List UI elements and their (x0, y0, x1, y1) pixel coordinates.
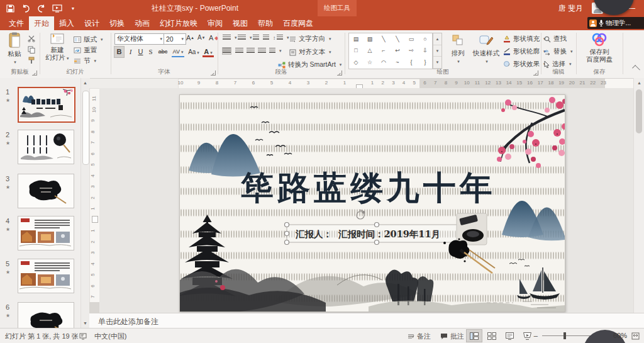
save-to-netdisk-button[interactable]: 保存到 百度网盘 (580, 31, 618, 63)
slide-title-text[interactable]: 筚路蓝缕九十年 (240, 168, 496, 206)
slide-thumbnail-2[interactable] (18, 130, 74, 164)
columns-icon[interactable] (269, 48, 282, 54)
zoom-level[interactable]: 60% (613, 332, 627, 339)
drawing-dialog-launcher[interactable] (533, 70, 538, 76)
shape-icon[interactable]: ▤ (353, 37, 359, 42)
notes-toggle[interactable]: 备注 (408, 332, 431, 341)
quick-styles-dropdown[interactable] (472, 57, 501, 65)
slideshow-view-button[interactable] (519, 330, 535, 342)
slide-thumbnail-1[interactable] (18, 87, 75, 123)
editing-canvas[interactable]: 筚路蓝缕九十年 汇报人： 汇报时间：2019年11月 (99, 88, 633, 313)
font-name-combo[interactable]: 华文楷体▾ (114, 33, 165, 45)
meeting-overlay-bar[interactable]: 物理学... (587, 17, 644, 29)
new-slide-button[interactable]: 新建 幻灯片 (44, 31, 70, 62)
reset-button[interactable]: 重置 (74, 46, 97, 55)
zoom-out-button[interactable]: − (533, 332, 538, 341)
tab-百度网盘[interactable]: 百度网盘 (278, 16, 318, 30)
align-left-icon[interactable] (223, 48, 231, 54)
fit-to-window-icon[interactable] (631, 332, 640, 340)
layout-button[interactable]: 版式 (74, 35, 103, 44)
font-dialog-launcher[interactable] (211, 70, 216, 76)
shape-icon[interactable]: ╲ (396, 37, 399, 42)
copy-icon[interactable] (28, 46, 35, 53)
user-name[interactable]: 唐 斐月 (558, 3, 583, 14)
italic-button[interactable]: I (126, 47, 135, 57)
slide-counter[interactable]: 幻灯片 第 1 张, 共 19 张 (5, 332, 79, 341)
align-center-icon[interactable] (235, 48, 243, 54)
notes-pane[interactable]: 单击此处添加备注 (89, 313, 644, 329)
select-button[interactable]: 选择 (544, 60, 572, 69)
scroll-up-icon[interactable]: ▲ (82, 80, 88, 86)
shape-icon[interactable]: ○ (423, 37, 426, 42)
find-button[interactable]: 查找 (544, 35, 567, 43)
paste-button[interactable]: 粘贴 (4, 31, 25, 66)
section-button[interactable]: 节 (74, 57, 96, 65)
scroll-up-icon[interactable]: ▲ (636, 80, 642, 86)
scroll-down-icon[interactable]: ▼ (82, 320, 88, 326)
collapse-ribbon-icon[interactable] (632, 65, 640, 73)
new-slide-dropdown[interactable] (65, 53, 69, 61)
subtitle-textbox[interactable]: 汇报人： 汇报时间：2019年11月 (285, 223, 469, 245)
tab-文件[interactable]: 文件 (4, 16, 29, 30)
shape-icon[interactable]: ⌐ (382, 48, 385, 53)
bold-button[interactable]: B (114, 47, 124, 57)
thumbnail-scrollbar-thumb[interactable] (82, 91, 89, 165)
shape-effects-button[interactable]: 形状效果 (503, 60, 546, 69)
shadow-button[interactable]: S (146, 47, 155, 57)
vertical-scrollbar[interactable]: ▲ ▲ ▼ (633, 78, 644, 328)
align-text-button[interactable]: 对齐文本 (289, 48, 331, 57)
arrange-button[interactable]: 排列 (447, 31, 469, 65)
shape-outline-button[interactable]: 形状轮廓 (503, 47, 546, 56)
slide-thumbnail-3[interactable] (18, 174, 74, 208)
increase-indent-icon[interactable] (263, 35, 269, 41)
tab-开始[interactable]: 开始 (29, 16, 54, 30)
shapes-gallery-scrollbar[interactable]: ▲▼▼ (433, 33, 442, 69)
shape-icon[interactable]: ▧ (367, 37, 373, 42)
shape-icon[interactable]: ⇩ (423, 48, 428, 53)
decrease-indent-icon[interactable] (253, 35, 259, 41)
reading-view-button[interactable] (502, 330, 517, 342)
arrange-dropdown[interactable] (447, 57, 469, 65)
line-spacing-icon[interactable]: ↕ (273, 35, 289, 41)
shape-icon[interactable]: ☆ (367, 60, 372, 65)
replace-button[interactable]: ab 替换 (544, 47, 573, 56)
shape-icon[interactable]: ↩ (395, 48, 400, 53)
bullets-icon[interactable] (223, 35, 237, 41)
quick-styles-button[interactable]: 快速样式 (472, 31, 501, 65)
notes-placeholder[interactable]: 单击此处添加备注 (98, 317, 158, 327)
zoom-slider-thumb[interactable] (564, 332, 566, 339)
text-direction-button[interactable]: 文字方向 (289, 35, 331, 43)
inkstone-image[interactable] (457, 213, 487, 245)
format-painter-icon[interactable] (28, 57, 35, 64)
tab-切换[interactable]: 切换 (104, 16, 130, 30)
vertical-ruler-marker[interactable] (92, 216, 98, 223)
tab-审阅[interactable]: 审阅 (203, 16, 228, 30)
slide-thumbnail-6[interactable] (18, 302, 74, 328)
numbering-icon[interactable] (238, 35, 252, 41)
normal-view-button[interactable] (467, 330, 482, 342)
tab-插入[interactable]: 插入 (54, 16, 79, 30)
shape-icon[interactable]: } (424, 60, 426, 65)
paste-dropdown[interactable] (4, 57, 25, 66)
tab-幻灯片放映[interactable]: 幻灯片放映 (155, 16, 203, 30)
shape-icon[interactable]: ◇ (354, 60, 358, 65)
shape-icon[interactable]: ▭ (409, 37, 414, 42)
shape-icon[interactable]: ~ (396, 60, 399, 65)
slide-sorter-view-button[interactable] (484, 330, 499, 342)
tab-动画[interactable]: 动画 (130, 16, 155, 30)
language-indicator[interactable]: 中文(中国) (94, 332, 126, 341)
comments-toggle[interactable]: 批注 (440, 332, 464, 341)
character-spacing-button[interactable]: AV (172, 47, 184, 57)
clipboard-dialog-launcher[interactable] (32, 70, 37, 76)
tab-帮助[interactable]: 帮助 (253, 16, 278, 30)
cut-icon[interactable] (28, 35, 35, 42)
align-right-icon[interactable] (247, 48, 255, 54)
slide-canvas[interactable]: 筚路蓝缕九十年 汇报人： 汇报时间：2019年11月 (179, 94, 565, 312)
scrollbar-thumb[interactable] (636, 89, 642, 133)
justify-icon[interactable] (258, 48, 266, 54)
display-settings-icon[interactable] (79, 333, 87, 340)
font-size-combo[interactable]: 20▾ (164, 33, 186, 45)
presenter-label-text[interactable]: 汇报人： (295, 228, 332, 239)
underline-button[interactable]: U (136, 47, 145, 57)
shape-icon[interactable]: △ (368, 48, 372, 53)
